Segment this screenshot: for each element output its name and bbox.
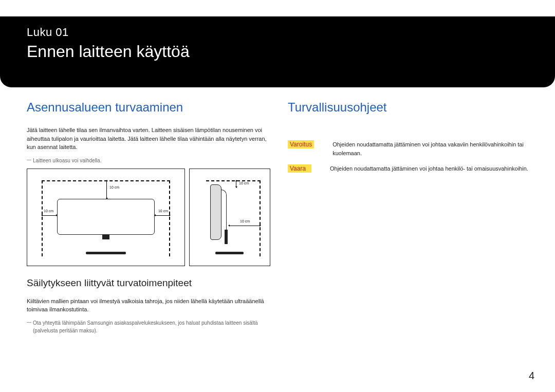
arrow-right-front [156,215,169,216]
clearance-diagrams: 10 cm 10 cm 10 cm 10 cm 10 cm [27,169,272,266]
installation-body: Jätä laitteen lähelle tilaa sen ilmanvai… [27,126,272,152]
clearance-back-side: 10 cm [240,219,250,223]
monitor-stand-post-icon [225,230,228,244]
chapter-title: Ennen laitteen käyttöä [27,42,190,61]
chapter-label: Luku 01 [27,26,69,39]
monitor-stand-front-icon [86,252,126,254]
monitor-side-back-icon [221,190,227,233]
clearance-left-front: 10 cm [44,209,53,213]
monitor-stand-base-side-icon [215,252,244,254]
arrow-top-side [236,181,236,186]
clearance-right-front: 10 cm [158,209,168,213]
caution-tag: Vaara [288,164,311,173]
section-heading-safety: Turvallisuusohjeet [288,100,529,115]
monitor-side-icon [210,184,221,240]
diagram-side-view: 10 cm 10 cm [189,169,270,266]
caution-text: Ohjeiden noudattamatta jättäminen voi jo… [330,164,528,173]
diagram-front-view: 10 cm 10 cm 10 cm [27,169,185,266]
clearance-top-front: 10 cm [109,185,119,189]
arrow-back-side [230,226,260,226]
section-heading-installation: Asennusalueen turvaaminen [27,100,272,115]
warning-text: Ohjeiden noudattamatta jättäminen voi jo… [332,140,529,157]
page-number: 4 [529,370,534,382]
storage-note: Ota yhteyttä lähimpään Samsungin asiakas… [27,319,272,334]
safety-row-caution: Vaara Ohjeiden noudattamatta jättäminen … [288,164,529,173]
safety-row-warning: Varoitus Ohjeiden noudattamatta jättämin… [288,140,529,157]
chapter-header: Luku 01 Ennen laitteen käyttöä [0,16,555,87]
clearance-top-side: 10 cm [239,181,249,185]
warning-tag: Varoitus [288,140,314,148]
installation-note: Laitteen ulkoasu voi vaihdella. [27,157,272,164]
section-subheading-storage: Säilytykseen liittyvät turvatoimenpiteet [27,277,272,289]
document-page: Luku 01 Ennen laitteen käyttöä Asennusal… [0,0,555,392]
arrow-left-front [43,215,56,216]
content-columns: Asennusalueen turvaaminen Jätä laitteen … [27,100,530,339]
arrow-top-front [106,181,107,198]
monitor-front-icon [57,199,155,235]
left-column: Asennusalueen turvaaminen Jätä laitteen … [27,100,272,339]
storage-body: Kiiltävien mallien pintaan voi ilmestyä … [27,297,272,314]
right-column: Turvallisuusohjeet Varoitus Ohjeiden nou… [288,100,529,339]
